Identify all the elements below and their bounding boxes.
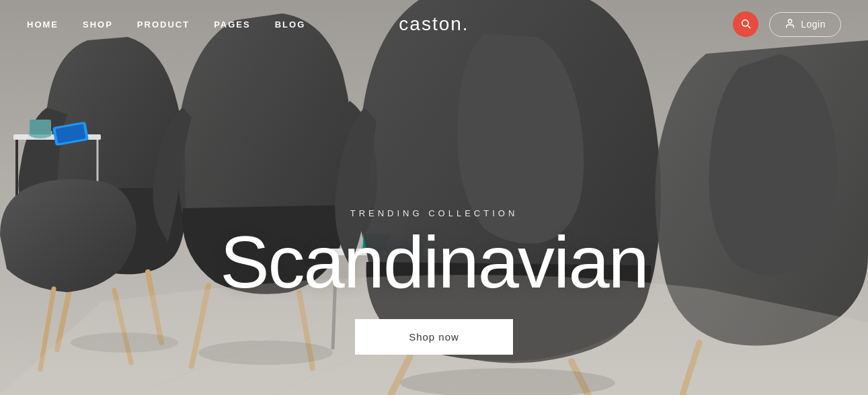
nav-item-shop[interactable]: SHOP bbox=[83, 19, 113, 30]
nav-right: Login bbox=[733, 11, 841, 37]
trending-label: TRENDING COLLECTION bbox=[165, 208, 703, 218]
nav-item-pages[interactable]: PAGES bbox=[214, 19, 251, 30]
login-label: Login bbox=[801, 19, 826, 30]
search-icon bbox=[740, 18, 751, 31]
svg-rect-10 bbox=[30, 120, 51, 134]
hero-content: TRENDING COLLECTION Scandinavian Shop no… bbox=[165, 208, 703, 355]
nav-item-blog[interactable]: BLOG bbox=[275, 19, 306, 30]
login-button[interactable]: Login bbox=[769, 12, 841, 37]
svg-line-30 bbox=[748, 26, 750, 28]
navbar: HOME SHOP PRODUCT PAGES BLOG caston. Log… bbox=[0, 0, 868, 48]
site-logo[interactable]: caston. bbox=[399, 13, 469, 35]
nav-item-home[interactable]: HOME bbox=[27, 19, 58, 30]
shop-now-button[interactable]: Shop now bbox=[355, 319, 513, 355]
user-icon bbox=[785, 18, 795, 31]
hero-title: Scandinavian bbox=[165, 225, 703, 299]
nav-item-product[interactable]: PRODUCT bbox=[137, 19, 190, 30]
nav-left: HOME SHOP PRODUCT PAGES BLOG bbox=[27, 19, 305, 30]
search-button[interactable] bbox=[733, 11, 758, 37]
svg-point-31 bbox=[789, 19, 792, 23]
